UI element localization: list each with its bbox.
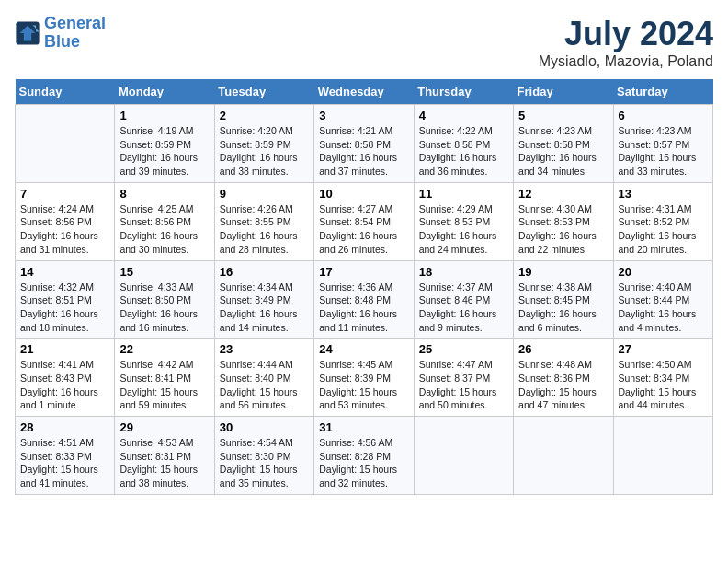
day-number: 9 — [220, 187, 309, 201]
day-info: Sunrise: 4:41 AM Sunset: 8:43 PM Dayligh… — [20, 358, 109, 412]
day-info: Sunrise: 4:26 AM Sunset: 8:55 PM Dayligh… — [220, 202, 309, 257]
day-number: 21 — [20, 342, 109, 356]
day-info: Sunrise: 4:23 AM Sunset: 8:57 PM Dayligh… — [619, 124, 708, 178]
calendar-cell: 2Sunrise: 4:20 AM Sunset: 8:59 PM Daylig… — [214, 105, 313, 183]
day-info: Sunrise: 4:40 AM Sunset: 8:44 PM Dayligh… — [619, 281, 708, 335]
calendar-cell: 6Sunrise: 4:23 AM Sunset: 8:57 PM Daylig… — [613, 105, 712, 183]
day-info: Sunrise: 4:42 AM Sunset: 8:41 PM Dayligh… — [119, 358, 209, 412]
day-number: 18 — [419, 265, 508, 279]
calendar-cell: 3Sunrise: 4:21 AM Sunset: 8:58 PM Daylig… — [314, 105, 414, 183]
calendar-cell: 13Sunrise: 4:31 AM Sunset: 8:52 PM Dayli… — [613, 182, 712, 260]
day-info: Sunrise: 4:19 AM Sunset: 8:59 PM Dayligh… — [119, 124, 209, 178]
day-number: 22 — [119, 342, 209, 356]
day-number: 19 — [518, 265, 608, 279]
day-header-saturday: Saturday — [613, 79, 712, 105]
day-info: Sunrise: 4:37 AM Sunset: 8:46 PM Dayligh… — [419, 281, 508, 335]
day-info: Sunrise: 4:20 AM Sunset: 8:59 PM Dayligh… — [220, 124, 309, 178]
calendar-cell: 27Sunrise: 4:50 AM Sunset: 8:34 PM Dayli… — [613, 339, 712, 417]
calendar-cell — [613, 417, 712, 495]
calendar-cell: 18Sunrise: 4:37 AM Sunset: 8:46 PM Dayli… — [414, 260, 513, 339]
calendar-week-5: 28Sunrise: 4:51 AM Sunset: 8:33 PM Dayli… — [16, 417, 713, 495]
calendar-cell — [414, 417, 513, 495]
header: General Blue July 2024 Mysiadlo, Mazovia… — [15, 15, 713, 70]
day-header-wednesday: Wednesday — [314, 79, 414, 105]
calendar-cell — [16, 105, 115, 183]
day-number: 24 — [319, 342, 408, 356]
day-info: Sunrise: 4:30 AM Sunset: 8:53 PM Dayligh… — [518, 202, 608, 257]
day-info: Sunrise: 4:21 AM Sunset: 8:58 PM Dayligh… — [319, 124, 408, 178]
day-number: 26 — [518, 342, 608, 356]
day-header-thursday: Thursday — [414, 79, 513, 105]
day-number: 7 — [20, 187, 109, 201]
calendar-cell: 30Sunrise: 4:54 AM Sunset: 8:30 PM Dayli… — [214, 417, 313, 495]
day-number: 10 — [319, 187, 408, 201]
calendar-cell: 7Sunrise: 4:24 AM Sunset: 8:56 PM Daylig… — [16, 182, 115, 260]
calendar-body: 1Sunrise: 4:19 AM Sunset: 8:59 PM Daylig… — [16, 105, 713, 495]
title-area: July 2024 Mysiadlo, Mazovia, Poland — [539, 15, 713, 70]
calendar-cell: 16Sunrise: 4:34 AM Sunset: 8:49 PM Dayli… — [214, 260, 313, 339]
day-info: Sunrise: 4:31 AM Sunset: 8:52 PM Dayligh… — [619, 202, 708, 257]
calendar-cell: 26Sunrise: 4:48 AM Sunset: 8:36 PM Dayli… — [514, 339, 613, 417]
day-info: Sunrise: 4:22 AM Sunset: 8:58 PM Dayligh… — [419, 124, 508, 178]
day-number: 17 — [319, 265, 408, 279]
day-header-tuesday: Tuesday — [214, 79, 313, 105]
day-number: 31 — [319, 420, 408, 434]
day-info: Sunrise: 4:51 AM Sunset: 8:33 PM Dayligh… — [20, 436, 109, 490]
day-info: Sunrise: 4:38 AM Sunset: 8:45 PM Dayligh… — [518, 281, 608, 335]
calendar-cell: 29Sunrise: 4:53 AM Sunset: 8:31 PM Dayli… — [115, 417, 214, 495]
day-number: 25 — [419, 342, 508, 356]
day-number: 15 — [119, 265, 209, 279]
day-info: Sunrise: 4:48 AM Sunset: 8:36 PM Dayligh… — [518, 358, 608, 412]
day-info: Sunrise: 4:56 AM Sunset: 8:28 PM Dayligh… — [319, 436, 408, 490]
calendar-cell: 23Sunrise: 4:44 AM Sunset: 8:40 PM Dayli… — [214, 339, 313, 417]
day-number: 13 — [619, 187, 708, 201]
calendar-cell: 11Sunrise: 4:29 AM Sunset: 8:53 PM Dayli… — [414, 182, 513, 260]
day-info: Sunrise: 4:44 AM Sunset: 8:40 PM Dayligh… — [220, 358, 309, 412]
day-number: 12 — [518, 187, 608, 201]
day-number: 16 — [220, 265, 309, 279]
calendar-week-2: 7Sunrise: 4:24 AM Sunset: 8:56 PM Daylig… — [16, 182, 713, 260]
day-header-friday: Friday — [514, 79, 613, 105]
day-number: 20 — [619, 265, 708, 279]
day-info: Sunrise: 4:54 AM Sunset: 8:30 PM Dayligh… — [220, 436, 309, 490]
day-info: Sunrise: 4:53 AM Sunset: 8:31 PM Dayligh… — [119, 436, 209, 490]
logo-line1: General — [44, 14, 106, 32]
day-number: 14 — [20, 265, 109, 279]
logo: General Blue — [15, 15, 106, 52]
day-info: Sunrise: 4:32 AM Sunset: 8:51 PM Dayligh… — [20, 281, 109, 335]
day-info: Sunrise: 4:25 AM Sunset: 8:56 PM Dayligh… — [119, 202, 209, 257]
day-header-sunday: Sunday — [16, 79, 115, 105]
calendar-cell: 9Sunrise: 4:26 AM Sunset: 8:55 PM Daylig… — [214, 182, 313, 260]
calendar-cell: 4Sunrise: 4:22 AM Sunset: 8:58 PM Daylig… — [414, 105, 513, 183]
calendar-cell: 10Sunrise: 4:27 AM Sunset: 8:54 PM Dayli… — [314, 182, 414, 260]
calendar-cell: 28Sunrise: 4:51 AM Sunset: 8:33 PM Dayli… — [16, 417, 115, 495]
calendar-cell: 31Sunrise: 4:56 AM Sunset: 8:28 PM Dayli… — [314, 417, 414, 495]
day-info: Sunrise: 4:23 AM Sunset: 8:58 PM Dayligh… — [518, 124, 608, 178]
calendar-cell: 12Sunrise: 4:30 AM Sunset: 8:53 PM Dayli… — [514, 182, 613, 260]
calendar-table: SundayMondayTuesdayWednesdayThursdayFrid… — [15, 79, 713, 495]
day-number: 4 — [419, 109, 508, 122]
day-info: Sunrise: 4:27 AM Sunset: 8:54 PM Dayligh… — [319, 202, 408, 257]
location-title: Mysiadlo, Mazovia, Poland — [539, 53, 713, 70]
calendar-cell: 24Sunrise: 4:45 AM Sunset: 8:39 PM Dayli… — [314, 339, 414, 417]
day-number: 28 — [20, 420, 109, 434]
day-info: Sunrise: 4:34 AM Sunset: 8:49 PM Dayligh… — [220, 281, 309, 335]
calendar-cell: 25Sunrise: 4:47 AM Sunset: 8:37 PM Dayli… — [414, 339, 513, 417]
month-title: July 2024 — [539, 15, 713, 53]
days-header-row: SundayMondayTuesdayWednesdayThursdayFrid… — [16, 79, 713, 105]
day-info: Sunrise: 4:45 AM Sunset: 8:39 PM Dayligh… — [319, 358, 408, 412]
day-number: 29 — [119, 420, 209, 434]
day-number: 8 — [119, 187, 209, 201]
day-info: Sunrise: 4:36 AM Sunset: 8:48 PM Dayligh… — [319, 281, 408, 335]
calendar-cell: 1Sunrise: 4:19 AM Sunset: 8:59 PM Daylig… — [115, 105, 214, 183]
calendar-week-3: 14Sunrise: 4:32 AM Sunset: 8:51 PM Dayli… — [16, 260, 713, 339]
day-number: 2 — [220, 109, 309, 122]
day-number: 1 — [119, 109, 209, 122]
day-header-monday: Monday — [115, 79, 214, 105]
day-info: Sunrise: 4:50 AM Sunset: 8:34 PM Dayligh… — [619, 358, 708, 412]
day-info: Sunrise: 4:47 AM Sunset: 8:37 PM Dayligh… — [419, 358, 508, 412]
logo-icon — [15, 20, 40, 46]
calendar-cell: 15Sunrise: 4:33 AM Sunset: 8:50 PM Dayli… — [115, 260, 214, 339]
logo-line2: Blue — [44, 32, 80, 51]
day-number: 5 — [518, 109, 608, 122]
